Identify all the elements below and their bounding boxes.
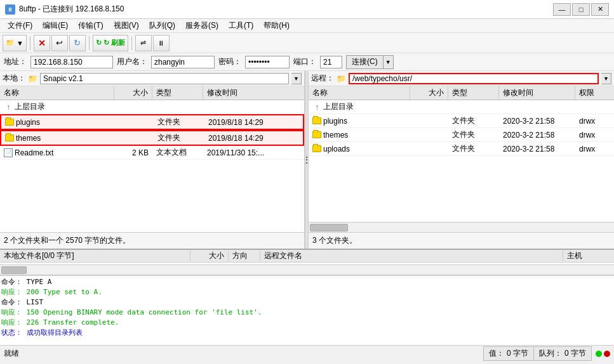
log-line-5: 响应： 226 Transfer complete. xyxy=(1,318,613,328)
local-col-type[interactable]: 类型 xyxy=(152,86,203,100)
local-col-size[interactable]: 大小 xyxy=(114,86,152,100)
local-panel: 本地： 📁 ▼ 名称 大小 类型 修改时间 ↑ 上层目录 xyxy=(0,71,305,249)
queue-indicator-red xyxy=(604,351,610,357)
connect-button[interactable]: 连接(C) xyxy=(346,55,384,69)
remote-col-modified[interactable]: 修改时间 xyxy=(499,86,575,100)
remote-row-up[interactable]: ↑ 上层目录 xyxy=(309,100,614,114)
local-row-up[interactable]: ↑ 上层目录 xyxy=(0,100,304,114)
remote-cell-uploads-name: uploads xyxy=(309,143,410,155)
menu-tools[interactable]: 工具(T) xyxy=(224,19,258,32)
local-readme-label: Readme.txt xyxy=(15,148,53,157)
status-queue-value: 0 字节 xyxy=(564,348,586,359)
toolbar-separator-3 xyxy=(131,36,132,50)
log-text-6: 状态： 成功取得目录列表 xyxy=(1,328,83,337)
remote-row-plugins[interactable]: plugins 文件夹 2020-3-2 21:58 drwx xyxy=(309,114,614,128)
app-icon: 8 xyxy=(5,4,15,15)
local-cell-up-size xyxy=(114,106,152,108)
transfer-host-label: 主机 xyxy=(567,251,582,260)
remote-col-size[interactable]: 大小 xyxy=(410,86,448,100)
local-label: 本地： xyxy=(3,73,25,84)
local-file-list: 名称 大小 类型 修改时间 ↑ 上层目录 xyxy=(0,86,304,232)
local-row-readme[interactable]: 📄 Readme.txt 2 KB 文本文档 2019/11/30 15:... xyxy=(0,146,304,160)
transfer-log[interactable]: 命令： TYPE A 响应： 200 Type set to A. 命令： LI… xyxy=(0,275,614,345)
remote-col-name[interactable]: 名称 xyxy=(309,86,410,100)
local-cell-up-type xyxy=(152,106,203,108)
refresh-icon: ↻ xyxy=(96,39,102,47)
menu-edit[interactable]: 编辑(E) xyxy=(37,19,73,32)
toolbar-back-btn[interactable]: ↩ xyxy=(51,35,68,51)
local-path-input[interactable] xyxy=(40,73,289,84)
folder-icon-plugins xyxy=(5,119,14,126)
remote-cell-plugins-perms: drwx xyxy=(575,115,614,127)
remote-file-list: 名称 大小 类型 修改时间 权限 ↑ 上层目录 xyxy=(309,86,614,222)
toolbar-forward-btn[interactable]: ↻ xyxy=(69,35,86,51)
menu-help[interactable]: 帮助(H) xyxy=(258,19,295,32)
local-col-name[interactable]: 名称 xyxy=(0,86,114,100)
port-input[interactable] xyxy=(320,56,342,68)
local-file-list-header: 名称 大小 类型 修改时间 xyxy=(0,86,304,100)
local-cell-up-modified xyxy=(203,106,304,108)
password-input[interactable] xyxy=(245,56,290,68)
local-cell-readme-modified: 2019/11/30 15:... xyxy=(203,147,304,159)
remote-hscroll-thumb[interactable] xyxy=(310,224,348,231)
user-label: 用户名： xyxy=(117,56,147,67)
local-plugins-label: plugins xyxy=(16,118,40,127)
remote-cell-plugins-name: plugins xyxy=(309,115,410,127)
remote-uploads-label: uploads xyxy=(323,145,350,153)
remote-panel: 远程： 📁 ▼ 名称 大小 类型 修改时间 权限 ↑ 上层目录 xyxy=(309,71,614,249)
remote-cell-up-perms xyxy=(575,106,614,108)
toolbar: 📁 ▼ ✕ ↩ ↻ ↻ ↻ 刷新 ⇌ ⏸ xyxy=(0,33,614,53)
local-path-dropdown[interactable]: ▼ xyxy=(291,73,302,84)
title-bar-controls: — □ ✕ xyxy=(553,3,609,16)
remote-cell-up-name: ↑ 上层目录 xyxy=(309,100,410,114)
local-themes-label: themes xyxy=(16,134,41,143)
log-line-2: 响应： 200 Type set to A. xyxy=(1,287,613,297)
username-input[interactable] xyxy=(151,56,215,68)
transfer-hscroll-thumb[interactable] xyxy=(1,266,27,274)
remote-path-dropdown[interactable]: ▼ xyxy=(601,73,611,84)
remote-label: 远程： xyxy=(311,73,334,84)
transfer-col-direction: 方向 xyxy=(229,250,260,261)
toolbar-stop-btn[interactable]: ✕ xyxy=(34,35,50,51)
address-input[interactable] xyxy=(30,56,113,68)
remote-path-input[interactable] xyxy=(349,73,599,84)
toolbar-sync-btn[interactable]: ⇌ xyxy=(135,35,152,51)
remote-col-perms[interactable]: 权限 xyxy=(575,86,614,100)
remote-hscroll[interactable] xyxy=(309,222,614,232)
local-row-plugins[interactable]: plugins 文件夹 2019/8/18 14:29 xyxy=(0,114,304,130)
transfer-col-local: 本地文件名[0/0 字节] xyxy=(0,250,190,261)
toolbar-refresh-btn[interactable]: ↻ ↻ 刷新 xyxy=(93,35,128,51)
minimize-button[interactable]: — xyxy=(553,3,571,16)
remote-folder-icon-uploads xyxy=(312,145,321,152)
status-value-label: 值： xyxy=(489,348,504,359)
connect-dropdown-arrow[interactable]: ▼ xyxy=(384,55,394,69)
remote-col-type[interactable]: 类型 xyxy=(448,86,499,100)
remote-cell-uploads-modified: 2020-3-2 21:58 xyxy=(499,143,575,155)
log-line-4: 响应： 150 Opening BINARY mode data connect… xyxy=(1,308,613,318)
maximize-button[interactable]: □ xyxy=(572,3,590,16)
remote-cell-up-size xyxy=(410,106,448,108)
local-cell-readme-name: 📄 Readme.txt xyxy=(0,147,114,159)
log-text-5: 响应： 226 Transfer complete. xyxy=(1,318,119,327)
transfer-local-label: 本地文件名[0/0 字节] xyxy=(4,251,74,260)
status-value: 0 字节 xyxy=(507,348,528,359)
close-button[interactable]: ✕ xyxy=(591,3,609,16)
local-col-modified[interactable]: 修改时间 xyxy=(203,86,304,100)
toolbar-dropdown-btn[interactable]: 📁 ▼ xyxy=(3,35,27,51)
local-row-themes[interactable]: themes 文件夹 2019/8/18 14:29 xyxy=(0,130,304,146)
menu-transfer[interactable]: 传输(T) xyxy=(73,19,108,32)
menu-server[interactable]: 服务器(S) xyxy=(180,19,224,32)
remote-row-themes[interactable]: themes 文件夹 2020-3-2 21:58 drwx xyxy=(309,128,614,142)
menu-queue[interactable]: 队列(Q) xyxy=(144,19,180,32)
remote-row-uploads[interactable]: uploads 文件夹 2020-3-2 21:58 drwx xyxy=(309,142,614,156)
connect-btn-group: 连接(C) ▼ xyxy=(346,55,394,69)
local-cell-readme-type: 文本文档 xyxy=(152,146,203,159)
toolbar-separator-2 xyxy=(89,36,90,50)
remote-status-bar: 3 个文件夹。 xyxy=(309,232,614,249)
transfer-size-label: 大小 xyxy=(209,251,224,260)
menu-view[interactable]: 视图(V) xyxy=(109,19,144,32)
status-value-area: 值： 0 字节 xyxy=(483,346,534,361)
toolbar-pause-btn[interactable]: ⏸ xyxy=(153,35,170,51)
menu-file[interactable]: 文件(F) xyxy=(3,19,37,32)
transfer-hscroll[interactable] xyxy=(0,264,614,275)
